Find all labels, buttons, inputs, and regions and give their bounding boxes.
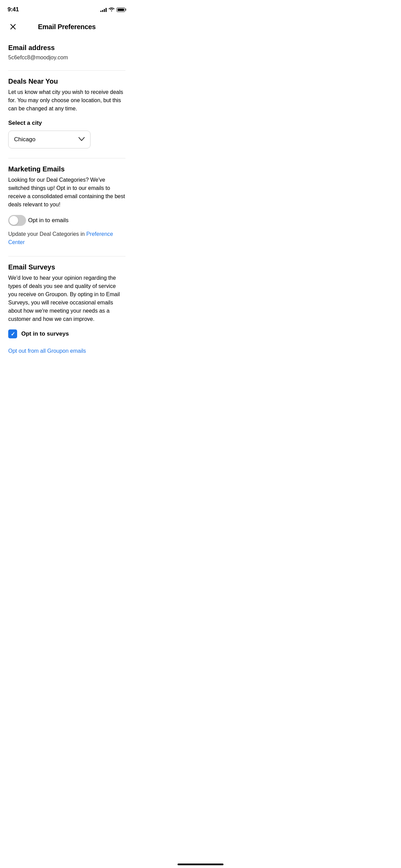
city-select-value: Chicago xyxy=(14,136,35,143)
marketing-toggle-label: Opt in to emails xyxy=(28,217,69,224)
select-city-label: Select a city xyxy=(8,120,125,126)
divider-2 xyxy=(8,158,125,158)
content-area: Email address 5c6efcc8@moodjoy.com Deals… xyxy=(0,38,134,368)
battery-icon xyxy=(117,8,126,12)
deals-section-title: Deals Near You xyxy=(8,77,125,85)
surveys-section-description: We'd love to hear your opinion regarding… xyxy=(8,274,125,323)
nav-header: Email Preferences xyxy=(0,17,134,38)
surveys-section-title: Email Surveys xyxy=(8,263,125,271)
marketing-toggle-row: Opt in to emails xyxy=(8,215,125,226)
marketing-toggle[interactable] xyxy=(8,215,26,226)
signal-icon xyxy=(100,7,107,12)
surveys-checkbox-label: Opt in to surveys xyxy=(21,330,69,337)
page-title: Email Preferences xyxy=(19,23,114,31)
status-time: 9:41 xyxy=(8,6,19,13)
marketing-section-title: Marketing Emails xyxy=(8,165,125,173)
status-icons xyxy=(100,7,126,12)
opt-out-link[interactable]: Opt out from all Groupon emails xyxy=(8,348,125,354)
preference-center-line: Update your Deal Categories in Preferenc… xyxy=(8,230,125,246)
divider-1 xyxy=(8,70,125,71)
checkmark-icon: ✓ xyxy=(11,331,15,337)
deals-section-description: Let us know what city you wish to receiv… xyxy=(8,88,125,113)
city-dropdown[interactable]: Chicago xyxy=(8,131,90,148)
marketing-section: Marketing Emails Looking for our Deal Ca… xyxy=(8,165,125,246)
close-button[interactable] xyxy=(7,21,19,33)
toggle-thumb xyxy=(9,216,18,225)
deals-section: Deals Near You Let us know what city you… xyxy=(8,77,125,148)
divider-3 xyxy=(8,256,125,256)
wifi-icon xyxy=(109,7,114,12)
surveys-checkbox[interactable]: ✓ xyxy=(8,329,17,338)
chevron-down-icon xyxy=(78,137,85,142)
surveys-checkbox-row: ✓ Opt in to surveys xyxy=(8,329,125,338)
pref-line-text: Update your Deal Categories in xyxy=(8,231,86,237)
email-address-value: 5c6efcc8@moodjoy.com xyxy=(8,55,125,61)
surveys-section: Email Surveys We'd love to hear your opi… xyxy=(8,263,125,338)
email-section-title: Email address xyxy=(8,44,125,52)
status-bar: 9:41 xyxy=(0,0,134,17)
marketing-section-description: Looking for our Deal Categories? We've s… xyxy=(8,176,125,209)
email-section: Email address 5c6efcc8@moodjoy.com xyxy=(8,44,125,61)
